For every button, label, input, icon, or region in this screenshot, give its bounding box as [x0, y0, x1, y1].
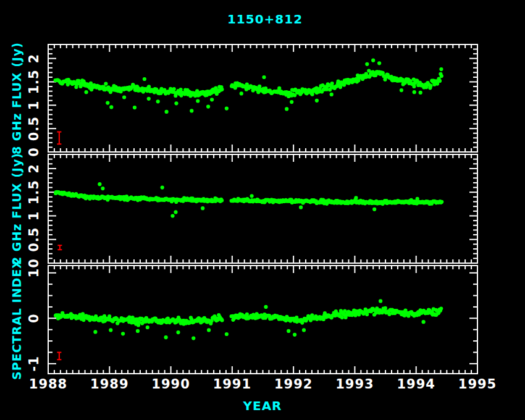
data-point [439, 306, 443, 310]
y-tick-label: 2 [27, 54, 41, 64]
data-point-outlier [93, 330, 97, 334]
data-point-outlier [143, 77, 146, 81]
data-point [107, 314, 111, 318]
data-point [412, 85, 416, 88]
data-point-outlier [371, 59, 375, 62]
data-point-outlier [379, 299, 382, 303]
data-point-outlier [156, 99, 160, 103]
panel-2: 00.511.52 [27, 154, 477, 268]
data-point-outlier [85, 90, 88, 94]
x-tick-label: 1993 [335, 377, 374, 392]
data-point-outlier [165, 110, 169, 114]
data-point [365, 313, 369, 316]
data-point-outlier [225, 332, 229, 336]
light-curve-chart: 00.511.5200.511.52-101198819891990199119… [0, 0, 525, 420]
data-point-outlier [439, 67, 443, 71]
data-point-outlier [287, 329, 290, 333]
data-point-outlier [354, 196, 358, 200]
data-point-group [54, 59, 443, 114]
data-point [172, 87, 176, 91]
data-point-outlier [122, 95, 126, 99]
data-point-outlier [170, 214, 174, 217]
data-point [220, 88, 224, 91]
y-tick-label: 0.5 [27, 116, 41, 141]
data-point-outlier [302, 328, 306, 332]
x-tick-label: 1991 [213, 377, 251, 392]
figure-1150-812: 1150+812 8 GHz FLUX (Jy) 2 GHz FLUX (Jy)… [0, 0, 525, 420]
data-point-outlier [176, 330, 180, 334]
data-point [429, 84, 432, 88]
data-point-outlier [330, 93, 334, 96]
data-point [440, 200, 443, 204]
data-point-outlier [161, 186, 164, 190]
data-point-outlier [250, 194, 254, 198]
data-point-outlier [190, 109, 193, 112]
x-tick-label: 1988 [29, 377, 67, 392]
data-point-outlier [240, 91, 243, 95]
data-point-outlier [109, 105, 113, 109]
data-point [258, 85, 261, 88]
data-point-outlier [146, 326, 149, 329]
x-tick-label: 1989 [90, 377, 128, 392]
data-point-outlier [174, 101, 178, 105]
panel-frame [48, 154, 477, 263]
y-tick-label: 2 [27, 164, 41, 174]
y-tick-label: 1.5 [27, 69, 41, 94]
data-point [438, 79, 442, 83]
data-point-outlier [174, 210, 177, 214]
data-point-outlier [419, 91, 422, 94]
error-bar [57, 245, 62, 250]
data-point-outlier [264, 305, 267, 309]
data-point-outlier [290, 100, 293, 104]
data-point [440, 74, 443, 78]
x-tick-label: 1990 [151, 377, 190, 392]
data-point-outlier [207, 328, 211, 332]
data-point-outlier [315, 99, 319, 103]
y-tick-label: -1 [27, 356, 41, 371]
data-point-outlier [133, 106, 136, 109]
x-tick-label: 1992 [274, 377, 313, 392]
panel-3: -101 [27, 266, 477, 374]
data-point-group [54, 299, 443, 340]
x-tick-label: 1994 [397, 377, 435, 392]
y-tick-label: 1 [27, 268, 41, 278]
data-point [384, 306, 387, 310]
data-point-outlier [164, 335, 168, 339]
data-point-outlier [206, 105, 210, 109]
y-tick-label: 1 [27, 211, 41, 221]
data-point-outlier [422, 320, 426, 324]
error-bar [57, 352, 61, 359]
y-tick-label: 0 [27, 147, 41, 157]
data-point-outlier [191, 337, 195, 340]
data-point-outlier [365, 62, 369, 66]
data-point-outlier [413, 90, 416, 94]
data-point-outlier [121, 332, 125, 335]
data-point-outlier [210, 98, 214, 101]
y-tick-label: 1 [27, 101, 41, 111]
panel-1: 00.511.52 [27, 44, 477, 157]
data-point-outlier [400, 88, 403, 92]
data-point-outlier [136, 329, 140, 333]
data-point-outlier [293, 333, 296, 337]
data-point [277, 86, 281, 90]
data-point-outlier [416, 197, 419, 201]
data-point-outlier [225, 107, 229, 111]
data-point-outlier [98, 182, 101, 186]
data-point [220, 198, 224, 202]
data-point [220, 318, 224, 322]
data-point-outlier [196, 99, 200, 103]
data-point-outlier [101, 187, 104, 190]
y-tick-label: 1.5 [27, 180, 41, 204]
data-point [311, 93, 314, 96]
data-point [330, 82, 334, 85]
data-point-outlier [285, 107, 288, 111]
data-point-outlier [201, 206, 204, 210]
data-point-outlier [299, 206, 303, 209]
data-point [104, 82, 107, 86]
y-tick-label: 0 [27, 313, 41, 323]
data-point-outlier [372, 208, 376, 211]
y-tick-label: 0.5 [27, 227, 41, 252]
panel-frame [48, 44, 477, 152]
data-point-outlier [109, 328, 112, 332]
error-bar [57, 132, 61, 144]
